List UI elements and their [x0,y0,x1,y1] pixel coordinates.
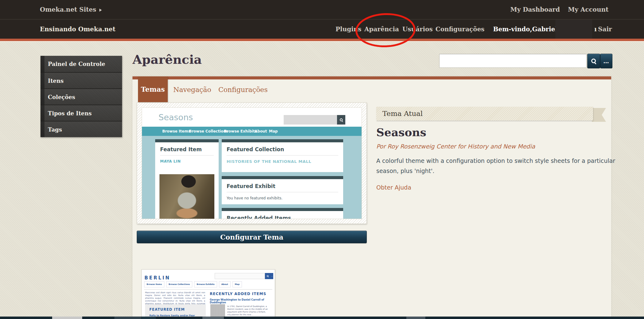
featured-collection-box: Featured Collection HISTORIES OF THE NAT… [222,139,343,172]
site-title-link[interactable]: Ensinando Omeka.net [40,20,116,39]
seasons-nav-browse-collections: Browse Collections [189,127,228,136]
berlin-nav-map: Map [232,281,242,287]
site-switcher[interactable]: Omeka.net Sites [40,0,102,19]
seasons-preview-search-input [284,115,337,125]
top-user-bar: Omeka.net Sites My Dashboard My Account [0,0,644,20]
divider [227,192,338,192]
configure-theme-button[interactable]: Configurar Tema [137,231,367,243]
berlin-nav-browse-items: Browse Items [144,281,164,287]
tab-temas[interactable]: Temas [138,76,168,102]
featured-item-box: Featured Item MAYA LIN [155,139,219,219]
recently-added-heading: Recently Added Items [227,215,338,219]
tab-configuracoes[interactable]: Configurações [218,86,268,94]
search-button[interactable] [587,54,600,68]
taskbar-button[interactable] [114,317,141,319]
berlin-preview-search-button: … [265,273,273,279]
seasons-theme-card: Seasons Browse Items Browse Collections … [137,102,367,224]
featured-item-heading: Featured Item [160,146,214,152]
current-theme-banner: Tema Atual [376,107,593,121]
berlin-theme-card: BERLIN … Browse Items Browse Collections… [141,269,275,319]
site-switcher-label: Omeka.net Sites [40,6,96,13]
search-icon [267,275,269,277]
seasons-nav-map: Map [269,127,278,136]
advanced-search-button[interactable]: … [600,54,612,68]
berlin-nav-browse-exhibits: Browse Exhibits [194,281,217,287]
featured-collection-heading: Featured Collection [227,146,338,152]
sidebar-item-colecoes[interactable]: Coleções [40,88,122,105]
page-title: Aparência [132,52,202,67]
search-input[interactable] [439,54,587,68]
maya-lin-photo [159,174,214,219]
berlin-nav-about: About [219,281,231,287]
seasons-preview-body: Featured Item MAYA LIN Featured Collecti… [142,136,362,219]
seasons-nav-browse-exhibits: Browse Exhibits [224,127,257,136]
divider [144,289,272,290]
current-theme-description: A colorful theme with a configuration op… [376,156,616,176]
seasons-nav-browse-items: Browse Items [162,127,190,136]
featured-exhibit-text: You have no featured exhibits. [227,196,338,200]
leaked-character: ı [594,20,597,39]
current-theme-author: Por Roy Rosenzweig Center for History an… [376,143,535,150]
redaction-box [555,20,592,39]
taskbar-button[interactable] [142,317,156,319]
seasons-preview-logo: Seasons [159,113,193,122]
chevron-right-icon [99,9,102,12]
taskbar-button[interactable] [406,317,425,319]
featured-exhibit-box: Featured Exhibit You have no featured ex… [222,176,343,204]
seasons-theme-screenshot: Seasons Browse Items Browse Collections … [142,107,362,219]
featured-collection-link: HISTORIES OF THE NATIONAL MALL [227,159,338,164]
berlin-recent-heading: RECENTLY ADDED ITEMS [210,292,266,296]
berlin-preview-logo: BERLIN [144,275,171,281]
ellipsis-icon: … [271,275,273,277]
berlin-featured-item-heading: FEATURED ITEM [149,307,185,312]
seasons-preview-search-button [337,115,345,125]
my-dashboard-link[interactable]: My Dashboard [510,0,560,19]
welcome-user: Bem-vindo,Gabriel [493,20,558,39]
seasons-preview-nav: Browse Items Browse Collections Browse E… [142,127,362,136]
admin-bar: Ensinando Omeka.net Plugins Aparência Us… [0,20,644,39]
header-accent-border [0,39,644,42]
featured-item-link: MAYA LIN [160,159,214,163]
sidebar-item-itens[interactable]: Itens [40,72,122,88]
taskbar-button[interactable] [202,317,224,319]
nav-configuracoes[interactable]: Configurações [435,20,485,39]
divider [160,155,214,156]
sidebar-item-painel-de-controle[interactable]: Painel de Controle [40,56,122,72]
berlin-nav-browse-collections: Browse Collections [166,281,192,287]
berlin-preview-search-input [215,273,265,279]
sidebar-item-tipos-de-itens[interactable]: Tipos de Itens [40,105,122,121]
current-theme-name: Seasons [376,126,426,139]
tab-navegacao[interactable]: Navegação [173,86,211,94]
os-taskbar[interactable] [0,317,644,319]
berlin-recent-link: George Washington to Daniel Carroll of D… [210,298,275,304]
seasons-nav-about: About [255,127,267,136]
berlin-recent-snippet: In 1791, Daniel Carroll of Duddington, a… [227,305,270,316]
search-icon [339,118,343,121]
recently-added-box: Recently Added Items [222,208,343,219]
sidebar-item-tags[interactable]: Tags [40,121,122,137]
search-icon [591,58,596,64]
divider [227,155,338,156]
logout-link[interactable]: Sair [598,20,612,39]
screen: Omeka.net Sites My Dashboard My Account … [0,0,644,319]
my-account-link[interactable]: My Account [568,0,608,19]
get-help-link[interactable]: Obter Ajuda [376,184,411,191]
taskbar-button[interactable] [52,317,82,319]
featured-exhibit-heading: Featured Exhibit [227,183,338,189]
sidebar: Painel de Controle Itens Coleções Tipos … [40,56,122,137]
berlin-preview-nav: Browse Items Browse Collections Browse E… [144,281,242,287]
